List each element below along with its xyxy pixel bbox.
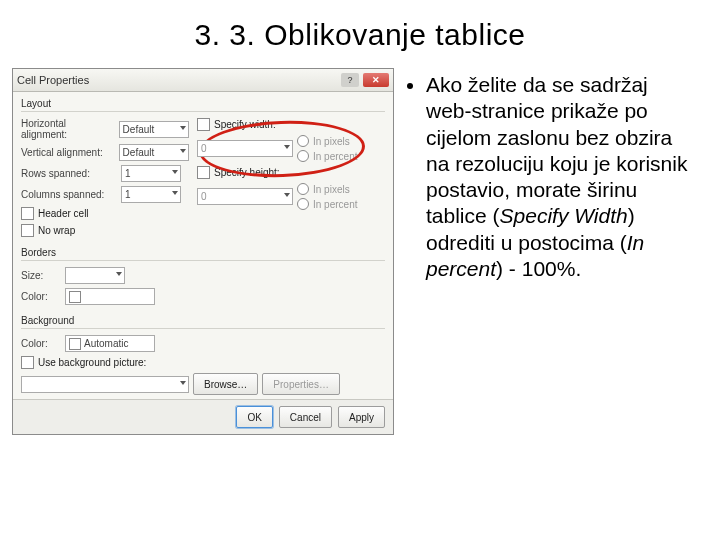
nowrap-checkbox[interactable]: [21, 224, 34, 237]
border-color-pick[interactable]: [65, 288, 155, 305]
height-percent-radio[interactable]: [297, 198, 309, 210]
cols-spin[interactable]: 1: [121, 186, 181, 203]
width-percent-label: In percent: [313, 151, 357, 162]
valign-label: Vertical alignment:: [21, 147, 115, 158]
spec-height-label: Specify height:: [214, 167, 280, 178]
height-pixels-radio[interactable]: [297, 183, 309, 195]
nowrap-label: No wrap: [38, 225, 75, 236]
color-swatch-icon: [69, 338, 81, 350]
cols-label: Columns spanned:: [21, 189, 117, 200]
usebg-label: Use background picture:: [38, 357, 146, 368]
ok-button[interactable]: OK: [236, 406, 272, 428]
body-bullet: Ako želite da se sadržaj web-stranice pr…: [426, 72, 694, 282]
borders-section-label: Borders: [13, 241, 393, 260]
body-text: Ako želite da se sadržaj web-stranice pr…: [404, 68, 694, 435]
spec-height-checkbox[interactable]: [197, 166, 210, 179]
valign-combo[interactable]: Default: [119, 144, 189, 161]
width-pixels-label: In pixels: [313, 136, 350, 147]
border-color-label: Color:: [21, 291, 61, 302]
width-pixels-radio[interactable]: [297, 135, 309, 147]
bg-color-pick[interactable]: Automatic: [65, 335, 155, 352]
slide-title: 3. 3. Oblikovanje tablice: [0, 18, 720, 52]
halign-label: Horizontal alignment:: [21, 118, 115, 140]
header-label: Header cell: [38, 208, 89, 219]
dialog-titlebar: Cell Properties ? ✕: [13, 69, 393, 92]
background-section-label: Background: [13, 309, 393, 328]
cancel-button[interactable]: Cancel: [279, 406, 332, 428]
dialog-title: Cell Properties: [17, 74, 337, 86]
spec-width-checkbox[interactable]: [197, 118, 210, 131]
help-button[interactable]: ?: [341, 73, 359, 87]
apply-button[interactable]: Apply: [338, 406, 385, 428]
border-size-spin[interactable]: [65, 267, 125, 284]
bg-path-input[interactable]: [21, 376, 189, 393]
cell-properties-dialog: Cell Properties ? ✕ Layout Horizontal al…: [12, 68, 394, 435]
properties-button[interactable]: Properties…: [262, 373, 340, 395]
width-percent-radio[interactable]: [297, 150, 309, 162]
browse-button[interactable]: Browse…: [193, 373, 258, 395]
halign-combo[interactable]: Default: [119, 121, 189, 138]
close-icon: ✕: [372, 75, 380, 85]
layout-section-label: Layout: [13, 92, 393, 111]
usebg-checkbox[interactable]: [21, 356, 34, 369]
height-pixels-label: In pixels: [313, 184, 350, 195]
dialog-button-bar: OK Cancel Apply: [13, 399, 393, 434]
close-button[interactable]: ✕: [363, 73, 389, 87]
height-spin[interactable]: 0: [197, 188, 293, 205]
bg-color-label: Color:: [21, 338, 61, 349]
color-swatch-icon: [69, 291, 81, 303]
rows-spin[interactable]: 1: [121, 165, 181, 182]
spec-width-label: Specify width:: [214, 119, 276, 130]
bg-color-value: Automatic: [84, 338, 128, 349]
size-label: Size:: [21, 270, 61, 281]
header-checkbox[interactable]: [21, 207, 34, 220]
width-spin[interactable]: 0: [197, 140, 293, 157]
height-percent-label: In percent: [313, 199, 357, 210]
rows-label: Rows spanned:: [21, 168, 117, 179]
